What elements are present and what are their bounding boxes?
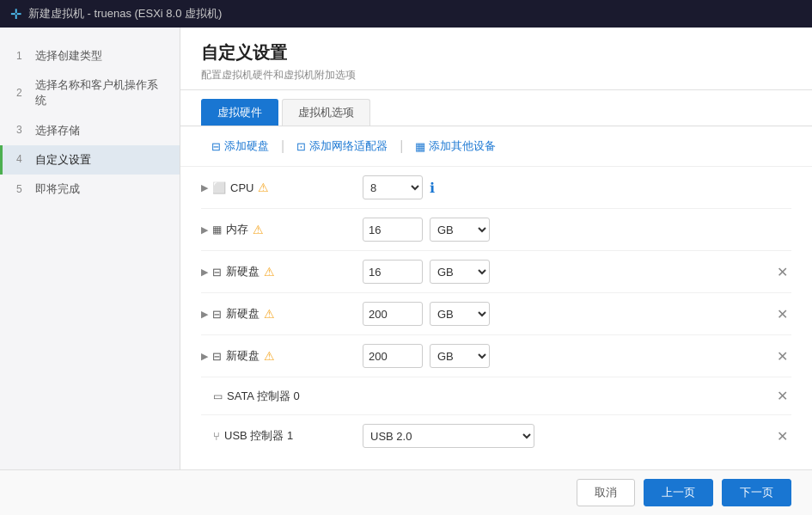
disk2-unit-select[interactable]: GB MB TB (430, 302, 490, 326)
sidebar-item-3[interactable]: 3选择存储 (0, 116, 180, 145)
main-container: 1选择创建类型2选择名称和客户机操作系统3选择存储4自定义设置5即将完成 自定义… (0, 28, 812, 469)
app-icon: ✛ (10, 6, 21, 22)
sidebar-num: 2 (16, 86, 28, 101)
usb-remove-button[interactable]: ✕ (773, 428, 791, 444)
add-other-button[interactable]: ▦ 添加其他设备 (405, 135, 506, 157)
cpu-row: ▶ ⬜ CPU ⚠ 8 1 2 4 16 ℹ (201, 167, 791, 209)
sata-row: ▭ SATA 控制器 0 ✕ (201, 377, 791, 415)
sidebar: 1选择创建类型2选择名称和客户机操作系统3选择存储4自定义设置5即将完成 (0, 28, 180, 469)
disk2-size-input[interactable] (363, 302, 423, 326)
sidebar-num: 5 (16, 182, 28, 197)
sidebar-item-label: 即将完成 (35, 181, 80, 197)
usb-label-text: USB 控制器 1 (224, 428, 293, 444)
sidebar-item-2[interactable]: 2选择名称和客户机操作系统 (0, 71, 180, 115)
sidebar-item-label: 选择名称和客户机操作系统 (35, 77, 166, 108)
page-subtitle: 配置虚拟机硬件和虚拟机附加选项 (201, 68, 791, 83)
tabs-bar: 虚拟硬件 虚拟机选项 (180, 90, 812, 126)
disk1-unit-select[interactable]: GB MB TB (430, 260, 490, 284)
cpu-info-icon[interactable]: ℹ (430, 180, 435, 196)
cpu-label: ▶ ⬜ CPU ⚠ (201, 181, 356, 194)
disk3-warning-icon: ⚠ (264, 349, 275, 363)
disk3-size-input[interactable] (363, 344, 423, 368)
sata-label: ▭ SATA 控制器 0 (201, 389, 356, 404)
disk2-expand-arrow[interactable]: ▶ (201, 309, 208, 320)
disk1-label: ▶ ⊟ 新硬盘 ⚠ (201, 264, 356, 279)
disk3-row: ▶ ⊟ 新硬盘 ⚠ GB MB TB ✕ (201, 335, 791, 377)
memory-input[interactable] (363, 218, 423, 242)
disk2-row: ▶ ⊟ 新硬盘 ⚠ GB MB TB ✕ (201, 293, 791, 335)
memory-controls: GB MB (363, 218, 791, 242)
disk3-controls: GB MB TB (363, 344, 766, 368)
sidebar-num: 4 (16, 152, 28, 167)
sata-icon: ▭ (213, 390, 223, 402)
content-header: 自定义设置 配置虚拟机硬件和虚拟机附加选项 (180, 28, 812, 90)
hardware-list: ▶ ⬜ CPU ⚠ 8 1 2 4 16 ℹ (180, 167, 812, 459)
cpu-warning-icon: ⚠ (258, 181, 269, 194)
next-button[interactable]: 下一页 (722, 479, 791, 506)
tab-virtual-hardware[interactable]: 虚拟硬件 (201, 99, 278, 126)
sata-remove-button[interactable]: ✕ (773, 388, 791, 404)
sidebar-num: 1 (16, 49, 28, 64)
disk2-remove-button[interactable]: ✕ (773, 306, 791, 322)
tab-vm-options[interactable]: 虚拟机选项 (282, 99, 370, 126)
network-icon: ⊡ (296, 140, 306, 153)
cpu-icon: ⬜ (212, 181, 226, 194)
cancel-button[interactable]: 取消 (577, 479, 635, 506)
hdd-icon: ⊟ (211, 140, 221, 153)
sidebar-item-1[interactable]: 1选择创建类型 (0, 41, 180, 71)
usb-icon: ⑂ (213, 430, 220, 443)
disk1-warning-icon: ⚠ (264, 265, 275, 279)
disk2-label: ▶ ⊟ 新硬盘 ⚠ (201, 306, 356, 322)
memory-row: ▶ ▦ 内存 ⚠ GB MB (201, 209, 791, 251)
disk1-row: ▶ ⊟ 新硬盘 ⚠ GB MB TB ✕ (201, 251, 791, 293)
disk2-label-text: 新硬盘 (226, 306, 259, 322)
memory-unit-select[interactable]: GB MB (430, 218, 490, 242)
cpu-label-text: CPU (230, 181, 253, 194)
sidebar-item-label: 选择存储 (35, 123, 80, 138)
footer: 取消 上一页 下一页 (0, 469, 812, 515)
memory-expand-arrow[interactable]: ▶ (201, 224, 208, 236)
disk2-controls: GB MB TB (363, 302, 766, 326)
disk1-expand-arrow[interactable]: ▶ (201, 267, 208, 278)
cpu-controls: 8 1 2 4 16 ℹ (363, 175, 791, 199)
memory-label-text: 内存 (226, 222, 248, 237)
disk1-size-input[interactable] (363, 260, 423, 284)
sidebar-num: 3 (16, 123, 28, 138)
toolbar: ⊟ 添加硬盘 | ⊡ 添加网络适配器 | ▦ 添加其他设备 (180, 126, 812, 167)
memory-icon: ▦ (212, 224, 222, 236)
usb-row: ⑂ USB 控制器 1 USB 2.0 USB 3.0 USB 3.1 ✕ (201, 415, 791, 457)
sata-label-text: SATA 控制器 0 (227, 389, 300, 404)
prev-button[interactable]: 上一页 (644, 479, 713, 506)
memory-label: ▶ ▦ 内存 ⚠ (201, 222, 356, 237)
sidebar-item-4[interactable]: 4自定义设置 (0, 145, 180, 175)
cpu-count-select[interactable]: 8 1 2 4 16 (363, 175, 423, 199)
cpu-expand-arrow[interactable]: ▶ (201, 182, 208, 193)
usb-label: ⑂ USB 控制器 1 (201, 428, 356, 444)
title-bar: ✛ 新建虚拟机 - truenas (ESXi 8.0 虚拟机) (0, 0, 812, 28)
usb-controls: USB 2.0 USB 3.0 USB 3.1 (363, 424, 766, 448)
disk1-controls: GB MB TB (363, 260, 766, 284)
add-hdd-button[interactable]: ⊟ 添加硬盘 (201, 135, 279, 157)
disk3-label-text: 新硬盘 (226, 348, 259, 364)
other-icon: ▦ (415, 140, 425, 153)
usb-type-select[interactable]: USB 2.0 USB 3.0 USB 3.1 (363, 424, 534, 448)
page-title: 自定义设置 (201, 41, 791, 64)
disk3-label: ▶ ⊟ 新硬盘 ⚠ (201, 348, 356, 364)
disk1-label-text: 新硬盘 (226, 264, 259, 279)
sidebar-item-label: 选择创建类型 (35, 48, 102, 64)
add-network-button[interactable]: ⊡ 添加网络适配器 (286, 135, 398, 157)
disk2-warning-icon: ⚠ (264, 307, 275, 321)
window-title: 新建虚拟机 - truenas (ESXi 8.0 虚拟机) (28, 6, 222, 21)
disk3-expand-arrow[interactable]: ▶ (201, 351, 208, 362)
disk1-remove-button[interactable]: ✕ (773, 264, 791, 280)
disk3-unit-select[interactable]: GB MB TB (430, 344, 490, 368)
disk1-icon: ⊟ (212, 266, 222, 279)
content-area: 自定义设置 配置虚拟机硬件和虚拟机附加选项 虚拟硬件 虚拟机选项 ⊟ 添加硬盘 … (180, 28, 812, 469)
disk3-remove-button[interactable]: ✕ (773, 348, 791, 365)
disk3-icon: ⊟ (212, 350, 222, 363)
sidebar-item-label: 自定义设置 (35, 152, 91, 168)
memory-warning-icon: ⚠ (253, 223, 264, 236)
disk2-icon: ⊟ (212, 308, 222, 321)
sidebar-item-5[interactable]: 5即将完成 (0, 175, 180, 204)
